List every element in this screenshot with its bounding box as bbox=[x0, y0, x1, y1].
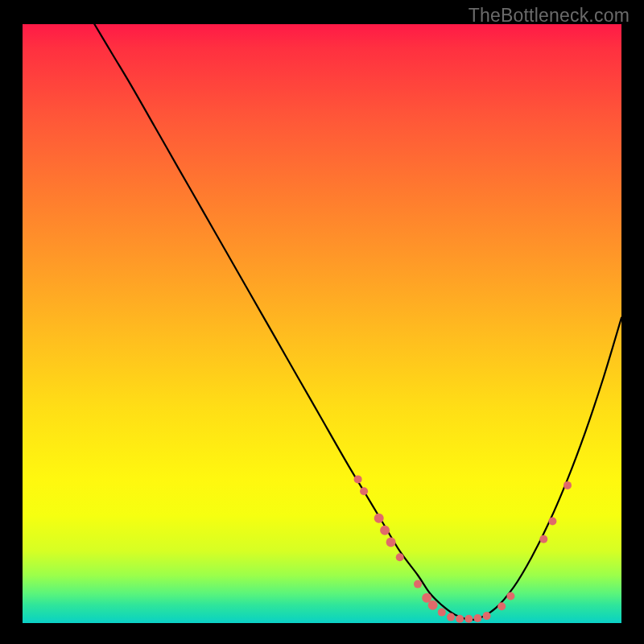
data-marker bbox=[354, 475, 362, 483]
data-marker bbox=[438, 609, 446, 617]
data-marker bbox=[428, 601, 438, 610]
data-marker bbox=[564, 481, 572, 489]
data-marker bbox=[548, 518, 556, 526]
data-marker bbox=[483, 612, 491, 620]
data-marker bbox=[360, 487, 368, 495]
data-marker bbox=[456, 615, 464, 623]
data-marker bbox=[464, 615, 473, 623]
data-marker bbox=[386, 538, 396, 547]
data-marker bbox=[396, 553, 404, 561]
data-marker bbox=[380, 526, 390, 535]
data-marker bbox=[374, 514, 384, 523]
marker-group bbox=[354, 475, 572, 622]
plot-area bbox=[23, 24, 621, 623]
data-marker bbox=[447, 613, 455, 621]
chart-svg bbox=[23, 24, 621, 623]
chart-frame: TheBottleneck.com bbox=[0, 0, 644, 644]
data-marker bbox=[414, 580, 422, 588]
curve-line bbox=[94, 24, 621, 620]
data-marker bbox=[539, 535, 547, 543]
watermark-text: TheBottleneck.com bbox=[469, 5, 630, 27]
data-marker bbox=[497, 602, 506, 610]
data-marker bbox=[473, 614, 481, 622]
data-marker bbox=[506, 592, 514, 601]
